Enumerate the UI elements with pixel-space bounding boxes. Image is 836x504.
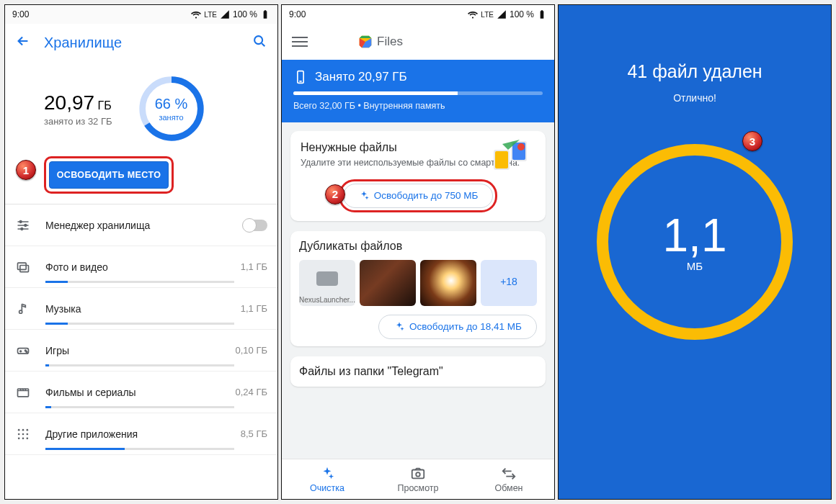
row-movies[interactable]: Фильмы и сериалы 0,24 ГБ [5,372,277,413]
battery-icon [260,9,270,19]
svg-point-18 [27,433,29,435]
svg-point-15 [27,428,29,431]
svg-point-3 [19,220,22,222]
row-photos[interactable]: Фото и видео 1,1 ГБ [5,246,277,288]
nav-browse[interactable]: Просмотр [373,459,463,499]
storage-used-sub: занято из 32 ГБ [44,116,112,127]
svg-point-27 [517,143,525,150]
hamburger-icon[interactable] [292,37,308,47]
thumb-label: NexusLauncher... [299,296,355,304]
battery-icon [537,9,547,19]
free-up-highlight: Освободить до 750 МБ 2 [339,179,497,212]
row-games[interactable]: Игры 0,10 ГБ [5,330,277,372]
svg-rect-26 [495,151,508,168]
svg-point-19 [18,437,20,439]
ring-sublabel: занято [137,113,206,122]
svg-point-8 [19,310,22,313]
nav-share[interactable]: Обмен [463,459,554,499]
sparkle-icon [358,190,370,202]
sparkle-icon [319,466,335,482]
svg-point-11 [26,351,27,352]
dupe-thumbs: NexusLauncher... +18 [299,260,537,306]
hero-progress [293,91,543,95]
status-right: LTE 100 % [468,9,547,19]
status-net: LTE [481,11,494,19]
status-right: LTE 100 % [191,9,270,19]
storage-manager-toggle[interactable] [243,220,267,231]
search-icon[interactable] [252,33,267,53]
svg-point-0 [254,36,262,44]
free-up-button[interactable]: Освободить до 750 МБ [343,184,493,208]
signal-icon [497,9,507,19]
files-logo-icon [358,35,373,49]
row-value: 8,5 ГБ [241,428,267,439]
junk-illustration-icon [491,140,533,173]
music-icon [15,301,31,317]
status-net: LTE [204,11,217,19]
row-bar [45,323,234,325]
row-label: Фильмы и сериалы [45,387,221,398]
free-space-button[interactable]: ОСВОБОДИТЬ МЕСТО [49,161,169,189]
result-amount: 1,1 [663,212,727,258]
svg-rect-7 [20,265,29,271]
status-battery: 100 % [510,9,534,19]
nav-label: Обмен [494,483,522,493]
row-value: 0,24 ГБ [236,387,267,397]
dupe-more[interactable]: +18 [481,260,537,306]
gamepad-icon [15,343,31,359]
storage-summary: 20,97 ГБ занято из 32 ГБ 66 % занято [5,61,277,150]
panel-storage-settings: 9:00 LTE 100 % Хранилище 20,97 ГБ занято… [4,4,278,500]
row-value: 1,1 ГБ [241,303,267,314]
panel-files-app: 9:00 LTE 100 % Files Занято 20,97 ГБ [281,4,555,500]
signal-icon [220,9,230,19]
folder-icon [410,466,426,482]
result-sub: Отлично! [673,92,716,104]
row-music[interactable]: Музыка 1,1 ГБ [5,288,277,330]
free-duplicates-button[interactable]: Освободить до 18,41 МБ [378,315,537,339]
phone-icon [293,70,308,84]
row-other-apps[interactable]: Другие приложения 8,5 ГБ [5,413,277,455]
card-junk-files: Ненужные файлы Удалите эти неиспользуемы… [290,131,546,221]
svg-rect-28 [412,469,424,478]
svg-point-13 [18,428,20,431]
free-up-label: Освободить до 750 МБ [374,190,479,201]
app-name: Files [377,35,403,49]
row-label: Музыка [45,303,226,315]
svg-point-5 [21,228,23,230]
row-label: Менеджер хранилища [45,220,228,231]
status-time: 9:00 [12,9,29,19]
files-logo: Files [358,35,403,49]
svg-point-14 [22,428,25,431]
row-bar [45,281,234,283]
step-badge-1: 1 [16,160,36,180]
storage-ring: 66 % занято [137,74,206,143]
row-value: 1,1 ГБ [241,261,267,272]
row-label: Фото и видео [45,261,226,273]
storage-used-unit: ГБ [98,99,112,112]
tune-icon [15,217,31,233]
svg-rect-6 [18,263,27,269]
nav-clean[interactable]: Очистка [282,459,373,499]
result-unit: МБ [687,260,703,272]
status-battery: 100 % [233,9,257,19]
row-storage-manager[interactable]: Менеджер хранилища [5,204,277,246]
svg-point-20 [22,437,25,439]
nav-label: Очистка [310,483,344,493]
step-badge-3: 3 [742,131,762,151]
files-hero: Занято 20,97 ГБ Всего 32,00 ГБ • Внутрен… [282,60,554,122]
photos-icon [15,259,31,275]
hero-sub: Всего 32,00 ГБ • Внутренняя память [293,101,543,111]
dupe-thumb[interactable] [420,260,476,306]
free-dup-label: Освободить до 18,41 МБ [409,321,522,332]
files-app-bar: Files [282,24,554,60]
card-telegram[interactable]: Файлы из папки "Telegram" [290,356,546,387]
dupe-thumb[interactable] [360,260,416,306]
svg-point-29 [416,472,420,477]
row-label: Другие приложения [45,428,226,440]
sparkle-icon [393,321,405,333]
svg-point-17 [22,433,25,435]
row-bar [45,364,234,366]
files-content: Занято 20,97 ГБ Всего 32,00 ГБ • Внутрен… [282,60,554,459]
back-arrow-icon[interactable] [15,33,31,53]
dupe-thumb[interactable]: NexusLauncher... [299,260,355,306]
